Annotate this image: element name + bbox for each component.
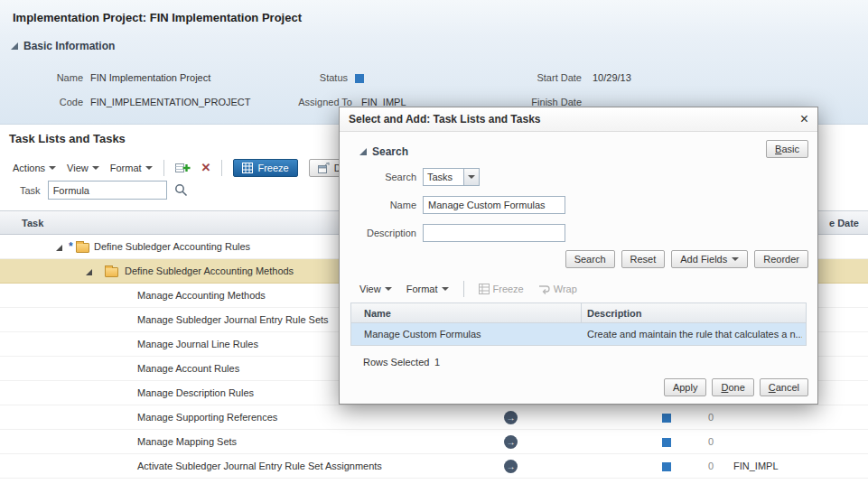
rows-selected-value: 1 bbox=[434, 357, 440, 368]
dialog-footer: Apply Done Cancel bbox=[664, 378, 808, 396]
task-label: Manage Accounting Methods bbox=[137, 284, 266, 308]
freeze-button[interactable]: Freeze bbox=[233, 159, 297, 177]
reorder-button[interactable]: Reorder bbox=[754, 250, 808, 268]
format-menu-label: Format bbox=[110, 163, 142, 173]
wrap-button-disabled: Wrap bbox=[538, 284, 577, 294]
start-date-label: Start Date bbox=[511, 72, 582, 83]
search-section-header[interactable]: Search bbox=[359, 145, 408, 158]
folder-icon bbox=[76, 243, 89, 253]
add-icon[interactable] bbox=[175, 161, 191, 175]
percent-value: 0 bbox=[694, 430, 714, 454]
wrap-icon bbox=[538, 284, 550, 294]
result-name: Manage Custom Formulas bbox=[364, 323, 481, 345]
results-toolbar: View Format Freeze Wrap bbox=[359, 281, 577, 297]
freeze-grid-icon bbox=[242, 163, 253, 173]
assigned-to-value: FIN_IMPL bbox=[733, 454, 779, 479]
done-button[interactable]: Done bbox=[712, 378, 753, 396]
task-filter-label: Task bbox=[20, 185, 41, 196]
tasks-toolbar: Actions View Format ✕ Freeze Detach bbox=[13, 155, 375, 181]
actions-menu-label: Actions bbox=[13, 163, 45, 173]
task-row[interactable]: Manage Mapping Sets→0 bbox=[0, 430, 868, 454]
name-input[interactable] bbox=[423, 196, 565, 214]
actions-menu[interactable]: Actions bbox=[13, 163, 56, 173]
close-icon[interactable]: × bbox=[800, 112, 808, 126]
app-window: Implementation Project: FIN Implementati… bbox=[0, 0, 868, 484]
column-header-description[interactable]: Description bbox=[587, 303, 642, 323]
status-icon bbox=[662, 462, 671, 471]
name-field-label: Name bbox=[356, 200, 416, 210]
percent-value: 0 bbox=[694, 405, 714, 430]
page-title: Implementation Project: FIN Implementati… bbox=[13, 11, 302, 24]
freeze-grid-icon bbox=[479, 284, 490, 294]
description-input[interactable] bbox=[423, 224, 565, 242]
column-header-date-partial[interactable]: e Date bbox=[829, 211, 859, 236]
task-filter-input[interactable] bbox=[48, 181, 167, 200]
column-header-name[interactable]: Name bbox=[364, 303, 391, 323]
dropdown-icon[interactable] bbox=[464, 168, 480, 186]
search-action-buttons: Search Reset Add Fields Reorder bbox=[565, 250, 808, 268]
expand-collapse-icon[interactable] bbox=[86, 269, 92, 275]
start-date-value: 10/29/13 bbox=[593, 72, 631, 83]
task-label: Define Subledger Accounting Methods bbox=[125, 259, 294, 284]
search-button[interactable]: Search bbox=[565, 250, 615, 268]
apply-button[interactable]: Apply bbox=[664, 378, 707, 396]
rows-selected: Rows Selected 1 bbox=[363, 357, 429, 368]
toolbar-separator bbox=[221, 160, 222, 176]
toolbar-separator bbox=[463, 281, 464, 297]
freeze-button-label: Freeze bbox=[257, 163, 288, 173]
format-menu[interactable]: Format bbox=[110, 163, 153, 173]
detach-icon bbox=[318, 163, 330, 173]
view-menu-label: View bbox=[359, 284, 381, 294]
cancel-button[interactable]: Cancel bbox=[760, 378, 808, 396]
task-label: Define Subledger Accounting Rules bbox=[94, 235, 250, 259]
task-label: Manage Mapping Sets bbox=[137, 430, 237, 454]
dialog-titlebar: Select and Add: Task Lists and Tasks × bbox=[340, 107, 817, 132]
column-header-task[interactable]: Task bbox=[22, 211, 43, 236]
name-label: Name bbox=[25, 72, 83, 83]
view-menu-label: View bbox=[67, 163, 89, 173]
code-value: FIN_IMPLEMENTATION_PROJECT bbox=[90, 97, 250, 107]
chevron-down-icon bbox=[385, 287, 392, 291]
view-menu[interactable]: View bbox=[67, 163, 99, 173]
basic-info-section-header[interactable]: Basic Information bbox=[11, 40, 115, 52]
search-icon[interactable] bbox=[174, 183, 188, 197]
freeze-button-disabled: Freeze bbox=[479, 284, 524, 294]
expand-collapse-icon[interactable] bbox=[56, 245, 62, 251]
go-to-task-icon[interactable]: → bbox=[504, 460, 518, 473]
task-label: Manage Supporting References bbox=[137, 405, 277, 430]
basic-button[interactable]: Basic bbox=[766, 140, 808, 158]
results-table-header: Name Description bbox=[351, 303, 806, 323]
chevron-down-icon bbox=[732, 257, 739, 261]
task-row[interactable]: Activate Subledger Journal Entry Rule Se… bbox=[0, 454, 868, 479]
collapse-icon bbox=[11, 42, 18, 50]
name-value: FIN Implementation Project bbox=[90, 72, 210, 83]
view-menu[interactable]: View bbox=[359, 284, 392, 294]
status-icon bbox=[662, 414, 671, 423]
basic-info-title: Basic Information bbox=[23, 40, 115, 52]
reset-button[interactable]: Reset bbox=[621, 250, 666, 268]
search-type-select[interactable]: Tasks bbox=[423, 168, 480, 186]
collapse-icon bbox=[359, 148, 367, 155]
format-menu-label: Format bbox=[406, 284, 438, 294]
chevron-down-icon bbox=[442, 287, 449, 291]
format-menu[interactable]: Format bbox=[406, 284, 449, 294]
result-row[interactable]: Manage Custom Formulas Create and mainta… bbox=[351, 323, 806, 345]
status-icon bbox=[662, 438, 671, 447]
search-field-label: Search bbox=[356, 172, 416, 182]
folder-icon bbox=[105, 267, 118, 277]
status-label: Status bbox=[289, 72, 348, 83]
add-fields-button[interactable]: Add Fields bbox=[671, 250, 748, 268]
select-add-dialog: Select and Add: Task Lists and Tasks × S… bbox=[339, 107, 818, 405]
search-section-title: Search bbox=[372, 145, 408, 158]
go-to-task-icon[interactable]: → bbox=[504, 435, 518, 449]
task-row[interactable]: Manage Supporting References→0 bbox=[0, 405, 868, 430]
percent-value: 0 bbox=[694, 454, 714, 479]
result-description: Create and maintain the rule that calcul… bbox=[587, 323, 802, 345]
chevron-down-icon bbox=[49, 166, 56, 170]
task-label: Manage Subledger Journal Entry Rule Sets bbox=[137, 308, 329, 332]
code-label: Code bbox=[25, 97, 83, 107]
wrap-label: Wrap bbox=[554, 284, 577, 294]
description-field-label: Description bbox=[356, 228, 416, 238]
go-to-task-icon[interactable]: → bbox=[504, 411, 518, 424]
delete-icon[interactable]: ✕ bbox=[201, 162, 211, 174]
